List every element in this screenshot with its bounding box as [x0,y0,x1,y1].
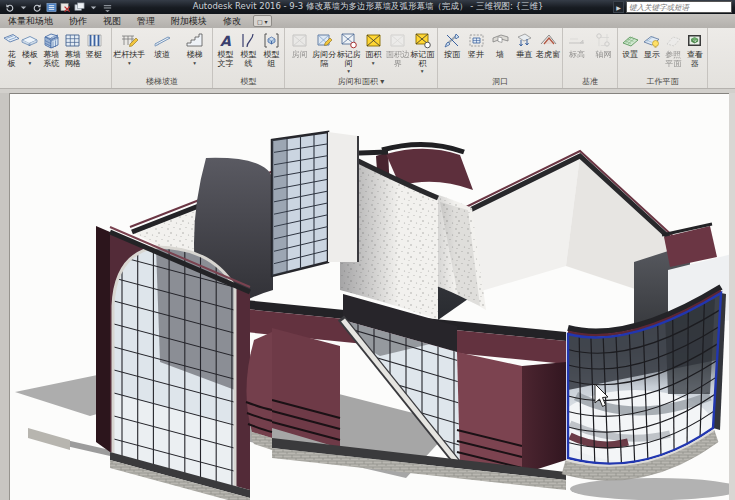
ceiling-button[interactable]: 花板 [4,30,19,68]
ribbon-panel: 按面竖井墙垂直老虎窗洞口 [438,28,563,88]
front-wing-left-face [272,328,340,448]
dropdown-caret-icon[interactable] [17,1,29,13]
wall-opening-button[interactable]: 墙 [488,30,512,60]
railing-icon [120,31,139,50]
button-label: 显示 [644,51,660,60]
ribbon-panel: 房间房间分隔标记房间▾面积▾面积边界标记面积▾房间和面积 ▾ [285,28,438,88]
type-properties-icon[interactable] [45,1,57,13]
button-label: 房间分隔 [312,51,337,68]
button-label: 房间 [292,51,308,60]
ribbon-panel: 栏杆扶手▾坡道楼梯▾楼梯坡道 [112,28,213,88]
ribbon: 花板楼板▾幕墙系统幕墙网格竖梃栏杆扶手▾坡道楼梯▾楼梯坡道A模型文字模型线模型组… [0,28,735,89]
redo-icon[interactable] [31,1,43,13]
dormer-opening-button[interactable]: 老虎窗 [536,30,560,60]
workplane-set-button[interactable]: 设置 [620,30,642,60]
model-text-icon: A [216,31,235,50]
3d-view[interactable] [10,94,729,500]
undo-icon[interactable] [3,1,15,13]
curtain-system-icon [42,31,61,50]
ribbon-filler [708,28,735,88]
right-edge-strip[interactable] [729,93,735,500]
button-label: 面积边界 [386,51,411,68]
chevron-down-icon: ▾ [347,69,350,75]
window-title: Autodesk Revit 2016 - 9-3 修改幕墙为多边形幕墙及弧形幕… [123,1,613,13]
workplane-show-icon [642,31,661,50]
button-label: 楼梯 [187,51,203,60]
close-hidden-windows-icon[interactable] [59,1,71,13]
opening-by-face-button[interactable]: 按面 [440,30,464,60]
railing-button[interactable]: 栏杆扶手▾ [113,30,146,66]
ribbon-panel: 花板楼板▾幕墙系统幕墙网格竖梃 [0,28,112,88]
model-group-icon [262,31,281,50]
wall-opening-icon [491,31,510,50]
front-wing-right-face [457,352,522,474]
ribbon-tab[interactable]: 管理 [129,14,163,28]
stair-button[interactable]: 楼梯▾ [178,30,211,66]
panel-label [0,75,111,88]
white-wall-panel [328,132,358,262]
model-line-icon [239,31,258,50]
button-label: 模型线 [237,51,260,68]
viewer-button[interactable]: 查看器 [684,30,706,68]
button-label: 竖梃 [86,51,102,60]
ramp-button[interactable]: 坡道 [146,30,179,60]
shaft-opening-icon [467,31,486,50]
button-label: 轴网 [595,51,611,60]
level-button: 标高 [564,30,591,60]
button-label: 按面 [444,51,460,60]
ribbon-display-toggle-icon[interactable]: ▢ ▾ [253,15,272,27]
area-button[interactable]: 面积▾ [361,30,386,66]
panel-label: 楼梯坡道 [112,75,212,88]
button-label: 坡道 [154,51,170,60]
workplane-show-button[interactable]: 显示 [641,30,663,60]
search-input[interactable] [626,1,732,13]
curtain-grid-button[interactable]: 幕墙网格 [62,30,83,68]
curtain-system-button[interactable]: 幕墙系统 [41,30,62,68]
button-label: 面积 [365,51,381,60]
shaft-opening-button[interactable]: 竖井 [464,30,488,60]
ribbon-tab[interactable]: 修改 [215,14,249,28]
qat-menu-icon[interactable] [101,1,113,13]
tag-room-button[interactable]: 标记房间▾ [337,30,362,75]
button-label: 标高 [569,51,585,60]
ribbon-tab[interactable]: 视图 [95,14,129,28]
chevron-down-icon: ▾ [421,69,424,75]
ribbon-panel: 设置显示参照平面查看器工作平面 [618,28,708,88]
button-label: 垂直 [516,51,532,60]
floor-button[interactable]: 楼板▾ [19,30,40,66]
ribbon-tab[interactable]: 体量和场地 [0,14,61,28]
drawing-area-frame [0,93,735,500]
tall-curtain-panel[interactable] [272,124,328,284]
dropdown-caret-icon[interactable] [87,1,99,13]
vertical-opening-icon [515,31,534,50]
stair-icon [185,31,204,50]
tag-area-button[interactable]: 标记面积▾ [410,30,435,75]
button-label: 竖井 [468,51,484,60]
area-boundary-icon [388,31,407,50]
ribbon-tab[interactable]: 协作 [61,14,95,28]
ribbon-tab[interactable]: 附加模块 [163,14,215,28]
front-wing-end-strip [522,362,566,474]
mullion-button[interactable]: 竖梃 [83,30,104,60]
room-icon [290,31,309,50]
room-separator-button[interactable]: 房间分隔 [312,30,337,68]
button-label: 墙 [496,51,504,60]
panel-label[interactable]: 房间和面积 ▾ [285,75,437,88]
ref-plane-icon [664,31,683,50]
button-label: 楼板 [22,51,38,60]
tag-room-icon [339,31,358,50]
panel-label: 洞口 [438,75,562,88]
drawing-canvas[interactable] [10,93,729,500]
cascade-windows-icon[interactable] [73,1,85,13]
ramp-icon [153,31,172,50]
ribbon-tab-row: 体量和场地协作视图管理附加模块修改▢ ▾ [0,14,735,28]
viewer-icon [685,31,704,50]
vertical-opening-button[interactable]: 垂直 [512,30,536,60]
chevron-down-icon: ▾ [29,61,32,67]
room-separator-icon [315,31,334,50]
model-group-button[interactable]: 模型组 [260,30,283,68]
grid-icon [594,31,613,50]
model-text-button[interactable]: A模型文字 [214,30,237,68]
model-line-button[interactable]: 模型线 [237,30,260,68]
search-expand-icon[interactable]: ▶ [613,1,624,13]
